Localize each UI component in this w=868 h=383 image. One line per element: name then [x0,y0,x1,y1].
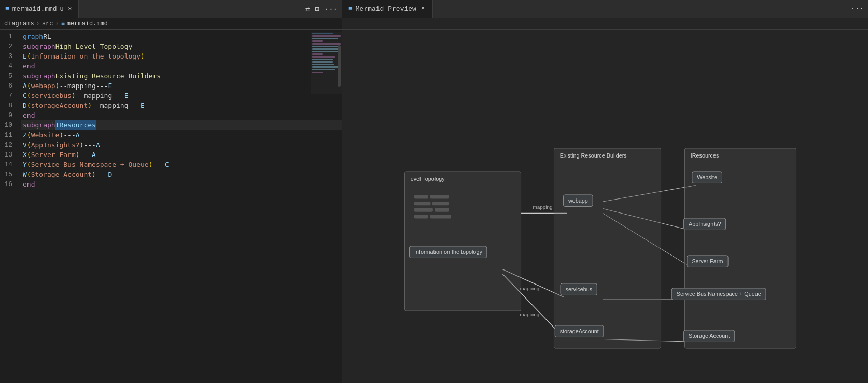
svg-text:mapping: mapping [520,311,539,317]
node-info-topology: Information on the topology [409,246,487,258]
file-icon: ≡ [5,5,9,13]
preview-tab-close[interactable]: × [419,4,426,13]
svg-text:mapping: mapping [520,286,539,291]
svg-rect-3 [312,40,323,42]
breadcrumb: diagrams › src › ≡ mermaid.mmd [0,18,342,30]
breadcrumb-file[interactable]: mermaid.mmd [67,20,108,27]
node-servicebus: servicebus [561,283,597,295]
node-storageaccount: storageAccount [555,325,604,337]
editor-tab-modified: U [60,6,64,12]
editor-tab-close[interactable]: × [66,5,73,14]
node-storageacc: Storage Account [683,330,735,342]
subgraph-topology: evel Topology [404,172,521,311]
svg-rect-5 [312,46,338,47]
svg-rect-9 [312,56,335,58]
node-appinsights: AppInsights? [683,218,726,230]
tab-bar: ≡ mermaid.mmd U × ⇄ ⊞ ··· ≡ Mermaid Prev… [0,0,868,18]
subgraph-topology-label: evel Topology [411,176,445,182]
node-serverfarm: Server Farm [687,256,729,267]
preview-tab-title: Mermaid Preview [356,5,416,13]
subgraph-existing: Existing Resource Builders [554,148,661,349]
preview-tab-spacer: ··· [433,5,868,13]
svg-rect-7 [312,51,338,52]
svg-rect-8 [312,53,323,55]
node-webapp: webapp [563,195,593,207]
svg-rect-15 [312,72,323,73]
svg-rect-13 [312,66,341,68]
svg-rect-14 [312,69,335,70]
svg-text:mapping: mapping [533,204,553,210]
svg-rect-6 [312,48,338,50]
editor-pane: 12345678910111213141516 graph RLsubgraph… [0,30,342,383]
editor-tab-spacer: ⇄ ⊞ ··· [79,0,342,18]
svg-rect-2 [312,38,338,39]
diagram-container: mapping mapping mapping evel Topology [395,55,815,358]
editor-tab-area: ≡ mermaid.mmd U × ⇄ ⊞ ··· [0,0,342,18]
svg-rect-12 [312,64,334,65]
preview-pane[interactable]: mapping mapping mapping evel Topology [342,30,868,383]
svg-rect-1 [312,35,341,37]
editor-tab[interactable]: ≡ mermaid.mmd U × [0,0,79,18]
preview-file-icon: ≡ [348,5,353,13]
editor-tab-title: mermaid.mmd [12,5,57,13]
split-icon[interactable]: ⊞ [315,5,319,13]
svg-rect-11 [312,61,333,63]
main-area: 12345678910111213141516 graph RLsubgraph… [0,30,868,383]
breadcrumb-file-icon: ≡ [61,20,65,27]
preview-tab[interactable]: ≡ Mermaid Preview × [342,0,433,18]
node-website: Website [692,172,722,183]
preview-tab-area: ≡ Mermaid Preview × ··· [342,0,868,18]
subgraph-existing-label: Existing Resource Builders [560,152,627,159]
line-numbers: 12345678910111213141516 [0,32,21,383]
sync-icon[interactable]: ⇄ [305,5,310,13]
more-actions-icon[interactable]: ··· [325,5,338,13]
svg-rect-4 [312,43,341,45]
svg-rect-0 [312,33,333,34]
editor-content: 12345678910111213141516 graph RLsubgraph… [0,30,342,383]
vertical-scrollbar[interactable] [338,45,341,87]
preview-more-icon[interactable]: ··· [851,5,864,13]
breadcrumb-diagrams[interactable]: diagrams [4,20,34,27]
minimap [311,32,342,94]
node-sbqueue: Service Bus Namespace + Queue [671,288,766,300]
svg-rect-10 [312,59,333,60]
code-lines[interactable]: graph RLsubgraph High Level TopologyE(In… [21,32,342,383]
subgraph-iresources-label: IResources [691,152,719,159]
breadcrumb-src[interactable]: src [42,20,53,27]
